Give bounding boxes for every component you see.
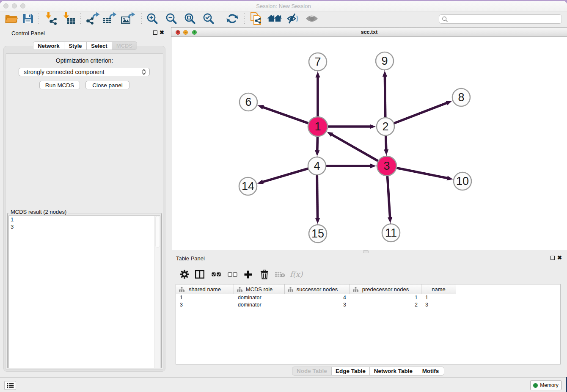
function-builder-button: f(x) [289, 268, 303, 281]
column-label: MCDS role [246, 286, 273, 293]
window-titlebar: Session: New Session [0, 1, 567, 11]
search-input[interactable] [448, 15, 561, 23]
column-header-shared-name[interactable]: shared name [176, 284, 234, 294]
import-network-button[interactable] [44, 12, 59, 25]
column-header-predecessor-nodes[interactable]: predecessor nodes [350, 284, 421, 294]
zoom-in-icon [146, 12, 159, 25]
table-cell[interactable]: dominator [234, 294, 285, 301]
mcds-result-item[interactable]: 1 [9, 216, 160, 223]
toolbar-separator [141, 13, 142, 24]
network-canvas[interactable]: 7968124314101511 [172, 37, 567, 250]
zoom-selected-button[interactable] [201, 12, 216, 25]
dropdown-stepper-icon [142, 69, 146, 75]
export-network-button[interactable] [85, 12, 100, 25]
table-tab-motifs[interactable]: Motifs [417, 367, 444, 375]
mcds-result-item[interactable]: 3 [9, 223, 160, 230]
control-panel-close-button[interactable]: ✖ [160, 30, 164, 35]
edge-arrow [388, 217, 392, 223]
control-panel-title: Control Panel [11, 30, 45, 36]
table-cell[interactable]: 1 [176, 294, 234, 301]
column-label: predecessor nodes [362, 286, 409, 293]
table-row[interactable]: 3dominator323 [176, 301, 456, 309]
table-settings-button[interactable] [178, 268, 191, 281]
edge-arrow [383, 71, 387, 77]
status-bar: Memory [0, 377, 567, 392]
toolbar-separator [244, 13, 245, 24]
save-floppy-icon [22, 12, 34, 25]
export-table-button[interactable] [102, 12, 117, 25]
zoom-out-button[interactable] [164, 12, 179, 25]
table-cell[interactable]: 3 [285, 301, 350, 309]
table-cell[interactable]: 3 [176, 301, 234, 309]
apply-layout-button[interactable] [225, 12, 240, 25]
network-frame-titlebar: × − + scc.txt [171, 28, 567, 37]
delete-column-button[interactable] [258, 268, 271, 281]
column-header-successor-nodes[interactable]: successor nodes [285, 284, 350, 294]
table-panel-close-button[interactable]: ✖ [557, 256, 562, 260]
zoom-fit-button[interactable] [182, 12, 198, 25]
window-title: Session: New Session [0, 1, 567, 11]
network-frame: × − + scc.txt 7968124314101511 [171, 27, 567, 250]
first-neighbors-button[interactable] [267, 12, 282, 25]
table-cell[interactable]: 3 [421, 301, 456, 309]
column-label: name [432, 286, 446, 293]
deselect-all-button[interactable] [226, 268, 239, 281]
table-cell[interactable]: dominator [234, 301, 285, 309]
table-tab-edge-table[interactable]: Edge Table [332, 367, 370, 375]
import-table-button[interactable] [61, 12, 77, 25]
network-frame-title: scc.txt [171, 28, 567, 37]
control-panel-float-button[interactable] [153, 30, 157, 35]
toolbar-separator [80, 13, 81, 24]
search-box[interactable] [439, 14, 562, 24]
control-tab-select[interactable]: Select [87, 42, 112, 50]
save-session-button[interactable] [20, 12, 36, 25]
select-all-button[interactable] [209, 268, 223, 281]
edge-arrow [315, 150, 319, 156]
open-session-button[interactable] [3, 12, 19, 25]
homes-icon [267, 13, 282, 25]
result-scrollbar[interactable] [154, 216, 160, 368]
graph-node-label: 2 [382, 120, 388, 133]
export-network-icon [85, 12, 100, 25]
app-window: Session: New Session [0, 1, 567, 392]
add-column-button[interactable] [241, 268, 255, 281]
org-chart-icon [237, 287, 242, 293]
open-folder-icon [4, 12, 18, 25]
zoom-fit-icon [184, 12, 196, 25]
export-image-button[interactable] [120, 12, 135, 25]
control-tab-mcds[interactable]: MCDS [112, 42, 137, 50]
hide-selected-button[interactable] [286, 12, 301, 25]
org-chart-icon [353, 287, 358, 293]
control-tab-style[interactable]: Style [64, 42, 87, 50]
table-tab-node-table[interactable]: Node Table [292, 367, 332, 375]
column-header-name[interactable]: name [421, 284, 456, 294]
plus-icon [244, 270, 253, 279]
edge-2-8[interactable] [385, 103, 447, 127]
table-row[interactable]: 1dominator411 [176, 294, 456, 301]
graph-node-label: 15 [311, 227, 324, 240]
table-cell[interactable]: 1 [421, 294, 456, 301]
table-cell[interactable]: 2 [350, 301, 421, 309]
run-mcds-button[interactable]: Run MCDS [39, 81, 80, 89]
task-history-button[interactable] [4, 381, 16, 390]
column-label: successor nodes [297, 286, 338, 293]
criterion-dropdown[interactable]: strongly connected component [19, 68, 150, 76]
table-tab-network-table[interactable]: Network Table [370, 367, 417, 375]
main-toolbar [0, 11, 567, 26]
refresh-icon [226, 12, 239, 25]
close-panel-button[interactable]: Close panel [85, 81, 129, 89]
graph-node-label: 10 [456, 175, 469, 188]
control-tab-network[interactable]: Network [33, 42, 64, 50]
table-panel-title: Table Panel [176, 255, 205, 262]
split-divider-grip[interactable] [363, 250, 369, 253]
mcds-result-list[interactable]: 13 [8, 215, 160, 368]
clone-network-button[interactable] [248, 12, 264, 25]
memory-button[interactable]: Memory [530, 380, 561, 390]
clone-network-icon [250, 12, 262, 25]
table-panel-float-button[interactable] [550, 256, 555, 260]
table-cell[interactable]: 1 [350, 294, 421, 301]
toggle-view-button[interactable] [193, 268, 206, 281]
column-header-MCDS-role[interactable]: MCDS role [234, 284, 285, 294]
zoom-in-button[interactable] [145, 12, 160, 25]
table-cell[interactable]: 4 [285, 294, 350, 301]
